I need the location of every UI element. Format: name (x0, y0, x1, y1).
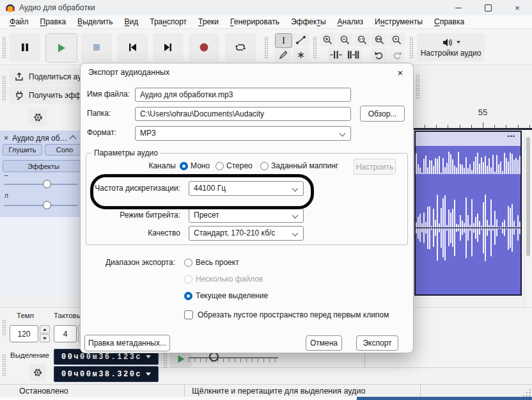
channel-mono-radio[interactable] (180, 162, 188, 170)
undo-button[interactable] (372, 48, 387, 61)
sample-rate-select[interactable]: 44100 Гц (189, 181, 304, 196)
track-collapse-icon[interactable] (69, 135, 76, 142)
format-value: MP3 (140, 129, 156, 138)
record-button[interactable] (189, 33, 219, 61)
draw-tool-button[interactable] (275, 48, 291, 61)
track-close-icon[interactable]: × (4, 134, 8, 143)
tempo-up-button[interactable] (40, 325, 50, 333)
edit-metadata-button[interactable]: Правка метаданных... (84, 335, 170, 351)
selection-tool-button[interactable]: I (275, 33, 292, 48)
audio-clip[interactable]: ••• (414, 131, 522, 296)
timeline-options-button[interactable] (28, 109, 47, 126)
play-button[interactable] (45, 33, 77, 63)
tools-toolbar-grip[interactable] (264, 36, 269, 58)
zoom-toggle-icon (391, 35, 402, 45)
minimize-button[interactable] (444, 0, 473, 15)
speed-slider-thumb[interactable] (209, 352, 219, 362)
multi-tool-button[interactable]: ∗ (293, 48, 309, 61)
menu-help[interactable]: Справка (428, 16, 470, 28)
zoom-in-button[interactable] (320, 33, 336, 47)
solo-button[interactable]: Соло (45, 144, 84, 156)
menu-view[interactable]: Вид (119, 16, 145, 28)
envelope-tool-button[interactable] (293, 33, 309, 47)
time-signature-value[interactable]: 4 (54, 325, 77, 342)
resize-grip[interactable] (522, 388, 531, 397)
folder-label: Папка: (87, 109, 111, 118)
maximize-button[interactable] (473, 0, 503, 15)
fit-project-button[interactable] (372, 33, 387, 47)
skip-to-start-button[interactable] (117, 33, 148, 61)
taskbar-edge (357, 397, 532, 400)
zoom-out-button[interactable] (337, 33, 353, 47)
pause-icon (19, 42, 31, 53)
menu-analyze[interactable]: Анализ (332, 16, 370, 28)
selection-settings-button[interactable] (29, 364, 46, 381)
vertical-scrollbar-thumb[interactable] (526, 137, 530, 256)
zoom-selection-button[interactable] (354, 33, 370, 47)
configure-button[interactable]: Настроить (354, 159, 396, 175)
menu-select[interactable]: Выделить (72, 16, 118, 28)
tempo-down-button[interactable] (40, 334, 50, 342)
menu-tools[interactable]: Инструменты (369, 16, 428, 28)
edit-toolbar-grip[interactable] (313, 36, 317, 58)
format-select[interactable]: MP3 (135, 126, 351, 141)
range-multiple-files-radio[interactable] (184, 275, 192, 284)
folder-input[interactable]: C:\Users\ohrau\Documents\Audacity (135, 107, 351, 121)
audio-setup-button[interactable]: Настройки аудио (417, 33, 485, 61)
fit-project-icon (374, 35, 385, 45)
tempo-value[interactable]: 120 (10, 325, 38, 342)
timeline-ruler[interactable]: 55 (412, 105, 532, 130)
transport-toolbar-grip[interactable] (2, 36, 6, 58)
trim-outside-selection-button[interactable] (328, 48, 344, 61)
gain-slider-tick-label: – (4, 172, 8, 179)
track-name[interactable]: Аудио для обработки (12, 134, 68, 143)
skip-to-end-button[interactable] (153, 33, 184, 61)
selection-end-field[interactable]: 00ч00м38.320с (54, 366, 159, 382)
dialog-close-button[interactable]: × (393, 65, 408, 79)
silence-selection-button[interactable] (345, 48, 361, 61)
effects-button[interactable]: Эффекты (3, 160, 84, 172)
bitrate-mode-select[interactable]: Пресет (189, 208, 304, 223)
waveform[interactable] (416, 146, 520, 294)
gain-slider-track[interactable] (4, 184, 77, 185)
channels-label: Каналы (125, 161, 176, 170)
quality-select[interactable]: Стандарт, 170-210 кб/с (189, 226, 304, 241)
browse-button[interactable]: Обзор... (360, 106, 405, 122)
cancel-button[interactable]: Отмена (306, 335, 342, 351)
file-name-input[interactable]: Аудио для обработки.mp3 (135, 88, 351, 102)
audio-setup-toolbar-grip[interactable] (409, 36, 414, 58)
menu-file[interactable]: Файл (4, 16, 35, 28)
playback-speed-slider[interactable] (189, 351, 278, 365)
pan-slider-thumb[interactable] (43, 201, 51, 209)
pan-slider-track[interactable] (4, 205, 77, 206)
zoom-toggle-button[interactable] (389, 33, 405, 47)
menu-edit[interactable]: Правка (35, 16, 72, 28)
channel-custom-radio[interactable] (260, 162, 269, 170)
range-current-selection-radio[interactable] (184, 292, 192, 300)
vertical-scrollbar[interactable] (524, 130, 532, 307)
time-signature-toolbar-grip[interactable] (2, 319, 6, 336)
dialog-close-icon: × (398, 67, 403, 78)
redo-button[interactable] (389, 48, 405, 61)
stop-button[interactable] (81, 33, 112, 61)
export-button[interactable]: Экспорт (356, 335, 398, 351)
clip-menu-icon[interactable]: ••• (508, 133, 515, 140)
play-at-speed-toolbar-grip[interactable] (163, 353, 168, 368)
meter-toolbar-grip[interactable] (416, 74, 420, 99)
trim-blank-space-checkbox[interactable] (184, 310, 193, 319)
menu-transport[interactable]: Транспорт (144, 16, 192, 28)
selection-toolbar-grip[interactable] (2, 354, 6, 377)
menu-effects[interactable]: Эффекты (285, 16, 332, 28)
channel-stereo-radio[interactable] (215, 162, 224, 170)
clip-header[interactable]: ••• (416, 132, 520, 146)
menu-generate[interactable]: Генерировать (224, 16, 285, 28)
quality-value: Стандарт, 170-210 кб/с (194, 228, 275, 237)
menu-tracks[interactable]: Треки (192, 16, 224, 28)
loop-button[interactable] (225, 33, 256, 61)
close-button[interactable]: × (503, 0, 532, 15)
range-whole-project-radio[interactable] (184, 259, 192, 267)
mute-button[interactable]: Глушить (3, 144, 42, 156)
share-toolbar-grip[interactable] (2, 76, 6, 101)
gain-slider-thumb[interactable] (43, 180, 51, 188)
pause-button[interactable] (10, 33, 40, 61)
